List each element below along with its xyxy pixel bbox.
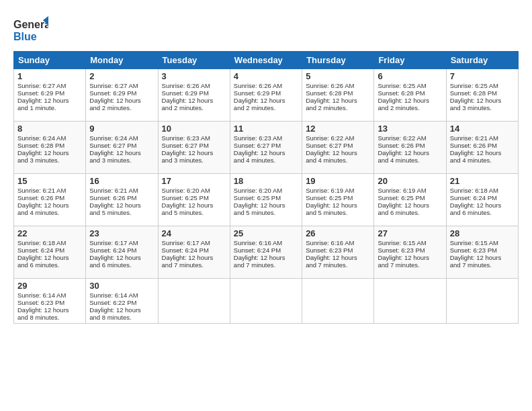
weekday-header-monday: Monday xyxy=(86,52,158,69)
weekday-header-tuesday: Tuesday xyxy=(158,52,230,69)
calendar-week-row: 15Sunrise: 6:21 AMSunset: 6:26 PMDayligh… xyxy=(14,174,519,226)
daylight-minutes: and 5 minutes. xyxy=(306,209,347,216)
day-number: 13 xyxy=(378,124,442,134)
sunset-label: Sunset: 6:24 PM xyxy=(17,246,64,254)
calendar-day-cell: 23Sunrise: 6:17 AMSunset: 6:24 PMDayligh… xyxy=(86,226,158,279)
daylight-minutes: and 6 minutes. xyxy=(378,209,419,216)
sunset-label: Sunset: 6:27 PM xyxy=(89,142,136,149)
sunset-label: Sunset: 6:26 PM xyxy=(89,194,136,201)
logo: General Blue xyxy=(13,15,48,47)
daylight-minutes: and 3 minutes. xyxy=(89,156,131,164)
daylight-minutes: and 8 minutes. xyxy=(17,314,59,321)
sunrise-label: Sunrise: 6:17 AM xyxy=(89,239,138,246)
daylight-minutes: and 7 minutes. xyxy=(162,261,204,269)
empty-cell xyxy=(374,279,446,324)
sunset-label: Sunset: 6:29 PM xyxy=(234,89,281,97)
daylight-label: Daylight: 12 hours xyxy=(450,149,502,156)
daylight-label: Daylight: 12 hours xyxy=(89,254,141,261)
daylight-minutes: and 1 minute. xyxy=(17,104,56,111)
calendar-day-cell: 29Sunrise: 6:14 AMSunset: 6:23 PMDayligh… xyxy=(14,279,86,324)
weekday-header-sunday: Sunday xyxy=(14,52,86,69)
daylight-minutes: and 5 minutes. xyxy=(234,209,275,216)
sunrise-label: Sunrise: 6:16 AM xyxy=(234,239,282,246)
sunset-label: Sunset: 6:29 PM xyxy=(162,89,209,97)
calendar-day-cell: 16Sunrise: 6:21 AMSunset: 6:26 PMDayligh… xyxy=(86,174,158,226)
sunset-label: Sunset: 6:24 PM xyxy=(234,246,281,254)
daylight-label: Daylight: 12 hours xyxy=(17,97,69,104)
sunrise-label: Sunrise: 6:15 AM xyxy=(378,239,426,246)
sunrise-label: Sunrise: 6:25 AM xyxy=(450,82,498,89)
logo-icon: General Blue xyxy=(13,15,48,44)
weekday-header-row: SundayMondayTuesdayWednesdayThursdayFrid… xyxy=(14,52,519,69)
sunset-label: Sunset: 6:26 PM xyxy=(378,142,425,149)
calendar-day-cell: 30Sunrise: 6:14 AMSunset: 6:22 PMDayligh… xyxy=(86,279,158,324)
sunrise-label: Sunrise: 6:23 AM xyxy=(234,134,282,142)
sunset-label: Sunset: 6:27 PM xyxy=(234,142,281,149)
calendar-week-row: 1Sunrise: 6:27 AMSunset: 6:29 PMDaylight… xyxy=(14,69,519,122)
daylight-label: Daylight: 12 hours xyxy=(378,97,429,104)
calendar-day-cell: 1Sunrise: 6:27 AMSunset: 6:29 PMDaylight… xyxy=(14,69,86,122)
sunrise-label: Sunrise: 6:15 AM xyxy=(450,239,498,246)
day-number: 1 xyxy=(17,71,82,81)
day-number: 11 xyxy=(234,124,298,134)
calendar-day-cell: 8Sunrise: 6:24 AMSunset: 6:28 PMDaylight… xyxy=(14,122,86,174)
sunrise-label: Sunrise: 6:21 AM xyxy=(89,187,138,194)
daylight-minutes: and 2 minutes. xyxy=(306,104,347,111)
sunrise-label: Sunrise: 6:27 AM xyxy=(89,82,138,89)
day-number: 5 xyxy=(306,71,370,81)
day-number: 6 xyxy=(378,71,442,81)
day-number: 3 xyxy=(162,71,226,81)
calendar-day-cell: 24Sunrise: 6:17 AMSunset: 6:24 PMDayligh… xyxy=(158,226,230,279)
svg-text:General: General xyxy=(13,19,48,30)
calendar-day-cell: 6Sunrise: 6:25 AMSunset: 6:28 PMDaylight… xyxy=(374,69,446,122)
calendar-day-cell: 12Sunrise: 6:22 AMSunset: 6:27 PMDayligh… xyxy=(302,122,374,174)
sunset-label: Sunset: 6:22 PM xyxy=(89,299,136,306)
calendar-day-cell: 14Sunrise: 6:21 AMSunset: 6:26 PMDayligh… xyxy=(446,122,518,174)
daylight-minutes: and 5 minutes. xyxy=(162,209,204,216)
day-number: 8 xyxy=(17,124,82,134)
daylight-label: Daylight: 12 hours xyxy=(162,97,214,104)
sunset-label: Sunset: 6:25 PM xyxy=(306,194,353,201)
daylight-label: Daylight: 12 hours xyxy=(89,97,141,104)
day-number: 29 xyxy=(17,281,82,291)
day-number: 30 xyxy=(89,281,154,291)
calendar-day-cell: 7Sunrise: 6:25 AMSunset: 6:28 PMDaylight… xyxy=(446,69,518,122)
sunrise-label: Sunrise: 6:16 AM xyxy=(306,239,354,246)
sunset-label: Sunset: 6:24 PM xyxy=(162,246,209,254)
daylight-label: Daylight: 12 hours xyxy=(89,149,141,156)
sunset-label: Sunset: 6:29 PM xyxy=(89,89,136,97)
sunrise-label: Sunrise: 6:24 AM xyxy=(17,134,66,142)
daylight-label: Daylight: 12 hours xyxy=(234,149,285,156)
daylight-label: Daylight: 12 hours xyxy=(17,201,69,209)
day-number: 24 xyxy=(162,228,226,238)
calendar-day-cell: 28Sunrise: 6:15 AMSunset: 6:23 PMDayligh… xyxy=(446,226,518,279)
day-number: 26 xyxy=(306,228,370,238)
calendar-day-cell: 21Sunrise: 6:18 AMSunset: 6:24 PMDayligh… xyxy=(446,174,518,226)
empty-cell xyxy=(446,279,518,324)
day-number: 16 xyxy=(89,176,154,186)
day-number: 14 xyxy=(450,124,515,134)
daylight-minutes: and 4 minutes. xyxy=(306,156,347,164)
calendar-day-cell: 17Sunrise: 6:20 AMSunset: 6:25 PMDayligh… xyxy=(158,174,230,226)
day-number: 4 xyxy=(234,71,298,81)
day-number: 2 xyxy=(89,71,154,81)
calendar-day-cell: 20Sunrise: 6:19 AMSunset: 6:25 PMDayligh… xyxy=(374,174,446,226)
daylight-minutes: and 3 minutes. xyxy=(162,156,204,164)
day-number: 12 xyxy=(306,124,370,134)
daylight-minutes: and 4 minutes. xyxy=(378,156,419,164)
daylight-label: Daylight: 12 hours xyxy=(378,149,429,156)
calendar-day-cell: 15Sunrise: 6:21 AMSunset: 6:26 PMDayligh… xyxy=(14,174,86,226)
empty-cell xyxy=(302,279,374,324)
day-number: 15 xyxy=(17,176,82,186)
day-number: 18 xyxy=(234,176,298,186)
calendar-day-cell: 4Sunrise: 6:26 AMSunset: 6:29 PMDaylight… xyxy=(230,69,302,122)
sunset-label: Sunset: 6:28 PM xyxy=(306,89,353,97)
daylight-minutes: and 7 minutes. xyxy=(234,261,275,269)
daylight-label: Daylight: 12 hours xyxy=(17,306,69,314)
calendar-day-cell: 18Sunrise: 6:20 AMSunset: 6:25 PMDayligh… xyxy=(230,174,302,226)
sunrise-label: Sunrise: 6:19 AM xyxy=(378,187,426,194)
sunrise-label: Sunrise: 6:18 AM xyxy=(450,187,498,194)
daylight-label: Daylight: 12 hours xyxy=(450,97,502,104)
sunrise-label: Sunrise: 6:26 AM xyxy=(234,82,282,89)
sunset-label: Sunset: 6:27 PM xyxy=(306,142,353,149)
